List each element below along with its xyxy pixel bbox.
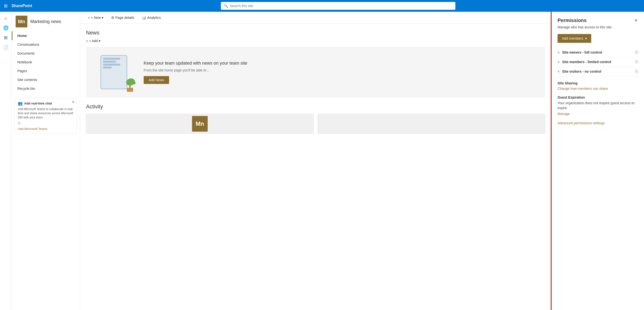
news-title: News — [86, 30, 545, 36]
site-visitors-group[interactable]: ∨ Site visitors - no control ⓘ — [558, 67, 638, 76]
plus-icon: + — [86, 39, 88, 43]
teams-promo-text: Add Microsoft Teams to collaborate in re… — [18, 107, 74, 119]
site-members-group[interactable]: ∨ Site members - limited control ⓘ — [558, 57, 638, 67]
info-icon[interactable]: ⓘ — [635, 60, 638, 64]
add-microsoft-teams-link[interactable]: Add Microsoft Teams — [18, 127, 48, 131]
doc-rail-icon[interactable]: 📄 — [2, 43, 10, 52]
activity-cards: Mn — [86, 114, 545, 134]
analytics-button[interactable]: 📊 Analytics — [140, 15, 163, 21]
main-layout: ⌂ 🌐 ⊞ 📄 Mn Marketing news Home Conversat… — [0, 12, 644, 310]
chevron-down-icon: ∨ — [558, 51, 560, 54]
teams-promo-title: 👥 Add real-time chat — [18, 101, 74, 106]
guest-expiration-text: Your organization does not require guest… — [558, 101, 638, 110]
site-header: Mn Marketing news — [12, 12, 80, 29]
search-input[interactable] — [230, 4, 452, 8]
chevron-down-icon: ∨ — [558, 60, 560, 64]
add-dropdown-icon: ▾ — [99, 39, 100, 43]
site-members-label: Site members - limited control — [562, 60, 634, 64]
site-visitors-label: Site visitors - no control — [562, 69, 634, 73]
site-logo: Mn — [16, 16, 27, 27]
news-empty-card: Keep your team updated with news on your… — [86, 47, 545, 98]
manage-link[interactable]: Manage — [558, 112, 638, 116]
teams-icon: 👥 — [18, 101, 23, 106]
activity-title: Activity — [86, 103, 545, 110]
plus-icon: + — [88, 16, 90, 20]
grid-rail-icon[interactable]: ⊞ — [2, 33, 10, 42]
plant-illustration — [125, 79, 135, 91]
add-members-label: Add members — [562, 37, 583, 40]
sidebar: Mn Marketing news Home Conversations Doc… — [12, 12, 80, 310]
page-details-label: Page details — [115, 16, 134, 20]
nav-list: Home Conversations Documents Notebook Pa… — [12, 29, 80, 95]
site-owners-label: Site owners - full control — [562, 50, 634, 54]
content-area: + + New ▾ ⚙ Page details 📊 Analytics New… — [80, 12, 551, 310]
activity-card-1: Mn — [86, 114, 314, 134]
news-body: From the site home page you'll be able t… — [144, 68, 247, 72]
sidebar-item-pages[interactable]: Pages — [12, 67, 80, 75]
panel-close-icon[interactable]: ✕ — [634, 18, 638, 23]
search-icon: 🔍 — [224, 4, 228, 8]
activity-card-2 — [318, 114, 545, 134]
sidebar-item-documents[interactable]: Documents — [12, 49, 80, 58]
chart-icon: 📊 — [142, 16, 146, 20]
content-toolbar: + + New ▾ ⚙ Page details 📊 Analytics — [80, 12, 551, 24]
add-news-button[interactable]: Add News — [144, 76, 169, 84]
chevron-down-icon: ∨ — [558, 70, 560, 73]
news-empty-text: Keep your team updated with news on your… — [144, 60, 247, 84]
tablet-body — [100, 55, 127, 89]
news-heading: Keep your team updated with news on your… — [144, 60, 247, 66]
panel-title: Permissions — [558, 18, 586, 23]
gear-icon: ⚙ — [111, 16, 114, 20]
sidebar-item-conversations[interactable]: Conversations — [12, 40, 80, 49]
sidebar-item-notebook[interactable]: Notebook — [12, 58, 80, 67]
info-icon[interactable]: ⓘ — [635, 69, 638, 74]
activity-logo: Mn — [192, 116, 208, 132]
info-icon[interactable]: ⓘ — [635, 50, 638, 55]
app-logo: SharePoint — [12, 4, 32, 8]
site-owners-group[interactable]: ∨ Site owners - full control ⓘ — [558, 48, 638, 57]
teams-promo: ✕ 👥 Add real-time chat Add Microsoft Tea… — [15, 98, 77, 134]
add-button[interactable]: + + Add ▾ — [86, 39, 545, 43]
activity-card-top-2 — [318, 114, 545, 134]
search-bar: 🔍 — [221, 2, 456, 10]
teams-info-icon: ⓘ — [18, 121, 74, 125]
advanced-permissions-link[interactable]: Advanced permissions settings — [558, 121, 638, 125]
new-label: + New — [91, 16, 101, 20]
change-sharing-link[interactable]: Change how members can share — [558, 87, 638, 91]
add-label: + Add — [89, 39, 98, 43]
panel-header: Permissions ✕ — [558, 18, 638, 23]
waffle-icon[interactable]: ⊞ — [3, 2, 8, 10]
panel-subtitle: Manage who has access to this site. — [558, 25, 638, 29]
site-title: Marketing news — [30, 19, 61, 24]
sidebar-item-recycle-bin[interactable]: Recycle bin — [12, 84, 80, 93]
icon-rail: ⌂ 🌐 ⊞ 📄 — [0, 12, 12, 310]
page-details-button[interactable]: ⚙ Page details — [109, 15, 136, 21]
new-dropdown-icon: ▾ — [102, 16, 103, 20]
guest-expiration-title: Guest Expiration — [558, 95, 638, 99]
topbar: ⊞ SharePoint 🔍 — [0, 0, 644, 12]
add-members-dropdown-icon: ▾ — [585, 37, 587, 40]
globe-rail-icon[interactable]: 🌐 — [2, 24, 10, 32]
content-body: News + + Add ▾ — [80, 24, 551, 140]
sidebar-item-site-contents[interactable]: Site contents — [12, 75, 80, 84]
permissions-panel: Permissions ✕ Manage who has access to t… — [551, 12, 644, 310]
site-sharing-title: Site Sharing — [558, 81, 638, 85]
sidebar-item-home[interactable]: Home — [12, 31, 80, 40]
teams-promo-close-icon[interactable]: ✕ — [72, 100, 75, 104]
home-rail-icon[interactable]: ⌂ — [2, 14, 10, 23]
tablet-line — [103, 61, 116, 63]
add-members-button[interactable]: Add members ▾ — [558, 34, 591, 43]
tablet-line — [103, 58, 120, 60]
news-illustration — [92, 53, 136, 92]
activity-card-top: Mn — [86, 114, 314, 134]
tablet-line — [103, 67, 112, 69]
new-button[interactable]: + + New ▾ — [86, 15, 105, 21]
tablet-line — [103, 64, 120, 66]
analytics-label: Analytics — [147, 16, 161, 20]
